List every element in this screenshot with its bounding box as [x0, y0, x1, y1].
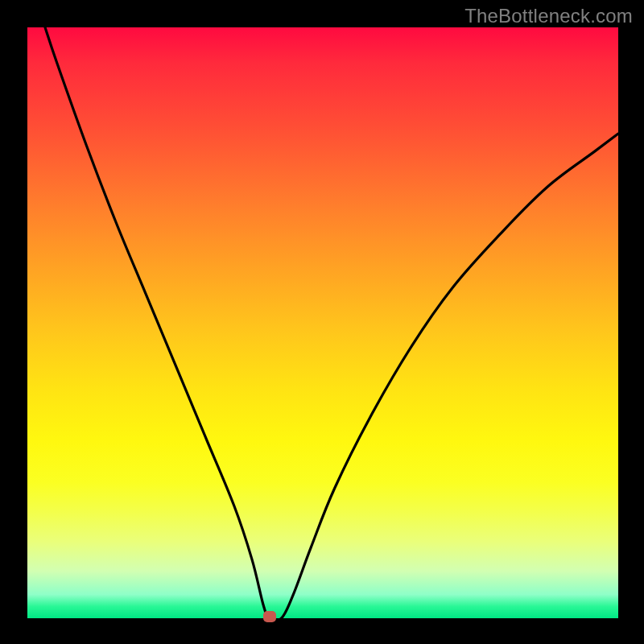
- curve-svg: [27, 27, 618, 618]
- plot-area: [27, 27, 618, 618]
- watermark-text: TheBottleneck.com: [464, 5, 633, 27]
- min-marker: [263, 611, 276, 622]
- chart-root: TheBottleneck.com: [0, 0, 644, 644]
- bottleneck-curve: [45, 27, 618, 618]
